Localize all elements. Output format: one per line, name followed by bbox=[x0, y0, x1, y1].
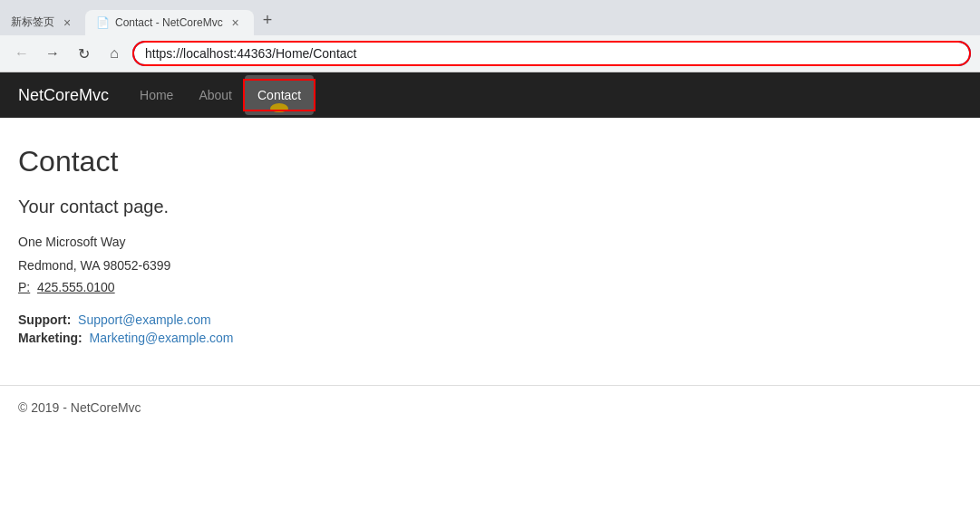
nav-link-about[interactable]: About bbox=[186, 75, 245, 115]
browser-chrome: 新标签页 × 📄 Contact - NetCoreMvc × + ← → ↻ … bbox=[0, 0, 980, 72]
contact-address-line1: One Microsoft Way bbox=[18, 232, 852, 252]
site-navbar: NetCoreMvc Home About Contact bbox=[0, 72, 980, 118]
page-title: Contact bbox=[18, 145, 852, 178]
contact-subtitle: Your contact page. bbox=[18, 197, 852, 217]
back-button[interactable]: ← bbox=[9, 41, 34, 66]
tab-2-close[interactable]: × bbox=[228, 15, 243, 30]
tab-1[interactable]: 新标签页 × bbox=[0, 9, 85, 35]
nav-link-home[interactable]: Home bbox=[127, 75, 186, 115]
nav-link-contact-wrapper: Contact bbox=[245, 75, 314, 115]
site-footer: © 2019 - NetCoreMvc bbox=[0, 386, 980, 429]
nav-links: Home About Contact bbox=[127, 75, 314, 115]
reload-button[interactable]: ↻ bbox=[71, 41, 96, 66]
support-label: Support: bbox=[18, 312, 71, 327]
home-button[interactable]: ⌂ bbox=[102, 41, 127, 66]
support-row: Support: Support@example.com bbox=[18, 312, 852, 327]
tab-bar: 新标签页 × 📄 Contact - NetCoreMvc × + bbox=[0, 0, 980, 35]
forward-button[interactable]: → bbox=[40, 41, 65, 66]
tab-2-favicon: 📄 bbox=[96, 16, 110, 29]
address-bar-container bbox=[132, 41, 971, 66]
contact-address-line2: Redmond, WA 98052-6399 bbox=[18, 255, 852, 275]
tab-1-close[interactable]: × bbox=[60, 15, 74, 30]
marketing-row: Marketing: Marketing@example.com bbox=[18, 331, 852, 345]
address-bar-input[interactable] bbox=[145, 46, 958, 61]
phone-number: 425.555.0100 bbox=[37, 280, 115, 294]
footer-text: © 2019 - NetCoreMvc bbox=[18, 400, 141, 415]
new-tab-button[interactable]: + bbox=[254, 5, 282, 35]
marketing-email-link[interactable]: Marketing@example.com bbox=[90, 331, 234, 345]
tab-1-title: 新标签页 bbox=[11, 14, 54, 30]
support-email-link[interactable]: Support@example.com bbox=[78, 312, 211, 327]
marketing-label: Marketing: bbox=[18, 331, 82, 345]
site-brand[interactable]: NetCoreMvc bbox=[18, 86, 109, 105]
address-bar-row: ← → ↻ ⌂ bbox=[0, 35, 980, 72]
contact-phone: P: 425.555.0100 bbox=[18, 280, 852, 294]
tab-2-title: Contact - NetCoreMvc bbox=[115, 16, 223, 29]
tab-2[interactable]: 📄 Contact - NetCoreMvc × bbox=[85, 10, 254, 35]
cursor-indicator bbox=[270, 103, 288, 112]
page-content: Contact Your contact page. One Microsoft… bbox=[0, 118, 870, 367]
phone-label: P: bbox=[18, 280, 30, 294]
